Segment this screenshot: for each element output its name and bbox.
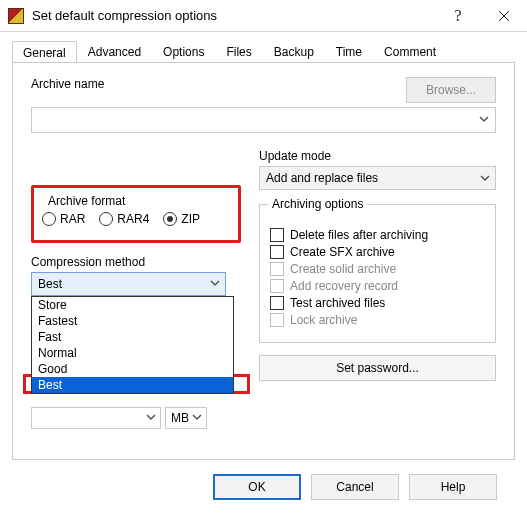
update-mode-label: Update mode [259, 149, 496, 163]
compression-option-store[interactable]: Store [32, 297, 233, 313]
ok-button[interactable]: OK [213, 474, 301, 500]
chevron-down-icon[interactable] [478, 113, 490, 125]
chevron-down-icon[interactable] [209, 277, 221, 292]
tab-comment[interactable]: Comment [373, 40, 447, 62]
tab-general[interactable]: General [12, 41, 77, 63]
titlebar: Set default compression options ? [0, 0, 527, 32]
archive-name-input[interactable] [31, 107, 496, 133]
tab-options[interactable]: Options [152, 40, 215, 62]
chevron-down-icon[interactable] [479, 172, 491, 184]
tab-advanced[interactable]: Advanced [77, 40, 152, 62]
split-size-input[interactable] [31, 407, 161, 429]
split-size-row: MB [31, 407, 207, 429]
check-recovery-record: Add recovery record [270, 279, 485, 293]
update-mode-value: Add and replace files [266, 171, 378, 185]
compression-method-select[interactable]: Best [31, 272, 226, 296]
set-password-button[interactable]: Set password... [259, 355, 496, 381]
archiving-options-legend: Archiving options [268, 197, 367, 211]
check-create-solid: Create solid archive [270, 262, 485, 276]
window-title: Set default compression options [32, 8, 435, 23]
chevron-down-icon[interactable] [191, 411, 203, 426]
help-button[interactable]: Help [409, 474, 497, 500]
check-lock-archive: Lock archive [270, 313, 485, 327]
help-icon[interactable]: ? [435, 0, 481, 32]
tab-time[interactable]: Time [325, 40, 373, 62]
radio-rar4[interactable]: RAR4 [99, 212, 149, 226]
compression-option-fast[interactable]: Fast [32, 329, 233, 345]
dialog-button-row: OK Cancel Help [12, 460, 515, 514]
archive-name-label: Archive name [31, 77, 388, 91]
split-size-unit-select[interactable]: MB [165, 407, 207, 429]
compression-option-best[interactable]: Best [32, 377, 233, 393]
tab-panel-general: Archive name Browse... Archive format RA… [12, 62, 515, 460]
chevron-down-icon[interactable] [145, 411, 157, 426]
compression-method-value: Best [38, 277, 62, 291]
radio-rar[interactable]: RAR [42, 212, 85, 226]
compression-method-dropdown: Store Fastest Fast Normal Good Best [31, 296, 234, 394]
browse-button: Browse... [406, 77, 496, 103]
close-icon[interactable] [481, 0, 527, 32]
cancel-button[interactable]: Cancel [311, 474, 399, 500]
archiving-options-group: Archiving options Delete files after arc… [259, 204, 496, 343]
archive-format-legend: Archive format [48, 194, 125, 208]
split-size-unit-value: MB [171, 411, 189, 425]
check-delete-after[interactable]: Delete files after archiving [270, 228, 485, 242]
check-create-sfx[interactable]: Create SFX archive [270, 245, 485, 259]
tab-bar: General Advanced Options Files Backup Ti… [12, 38, 515, 62]
tab-files[interactable]: Files [215, 40, 262, 62]
app-icon [8, 8, 24, 24]
compression-option-good[interactable]: Good [32, 361, 233, 377]
compression-option-normal[interactable]: Normal [32, 345, 233, 361]
tab-backup[interactable]: Backup [263, 40, 325, 62]
radio-zip[interactable]: ZIP [163, 212, 200, 226]
update-mode-select[interactable]: Add and replace files [259, 166, 496, 190]
archive-format-group: Archive format RAR RAR4 ZIP [31, 185, 241, 243]
compression-option-fastest[interactable]: Fastest [32, 313, 233, 329]
compression-method-label: Compression method [31, 255, 241, 269]
check-test-archived[interactable]: Test archived files [270, 296, 485, 310]
